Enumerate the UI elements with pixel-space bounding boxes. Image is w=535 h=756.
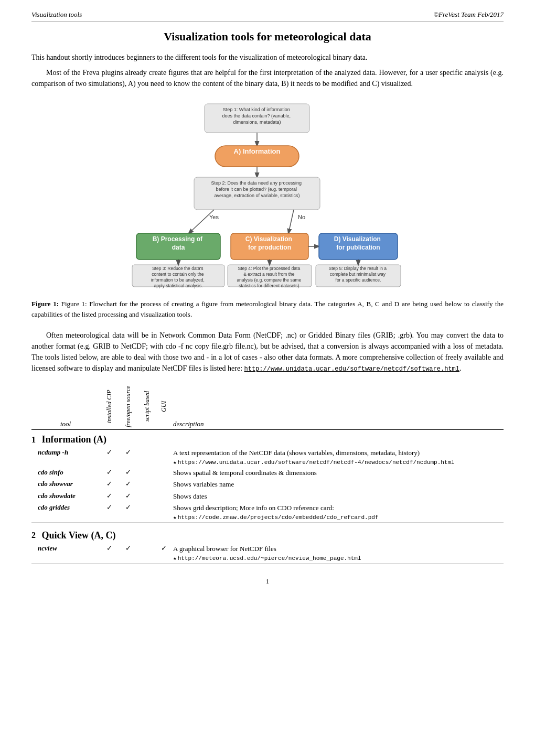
flowchart-svg: Step 1: What kind of information does th… xyxy=(121,100,414,288)
gui-check xyxy=(156,502,171,523)
script-header-label: script based xyxy=(143,385,151,427)
svg-text:Step 5: Display the result in : Step 5: Display the result in a complete… xyxy=(329,266,388,283)
gui-check xyxy=(156,467,171,479)
table-section: tool installed CIP free/open source scri… xyxy=(31,384,504,567)
section-num: 1 xyxy=(31,435,40,444)
tool-description: Shows spatial & temporal coordinates & d… xyxy=(173,469,317,477)
section-title: Information (A) xyxy=(42,434,107,445)
tool-description: A text representation of the NetCDF data… xyxy=(173,449,420,457)
free-check: ✓ xyxy=(119,479,137,490)
installed-check: ✓ xyxy=(100,491,119,502)
tool-desc-cell: A text representation of the NetCDF data… xyxy=(171,447,504,467)
tool-desc-cell: Shows variables name xyxy=(171,479,504,490)
tool-desc-cell: Shows grid description; More info on CDO… xyxy=(171,502,504,523)
table-row: ncdump -h ✓ ✓ A text representation of t… xyxy=(31,447,504,467)
table-body: 1 Information (A) ncdump -h ✓ ✓ A text r… xyxy=(31,430,504,567)
body-link[interactable]: http://www.unidata.ucar.edu/software/net… xyxy=(244,365,459,373)
main-title: Visualization tools for meteorological d… xyxy=(31,30,504,44)
tool-link[interactable]: https://code.zmaw.de/projects/cdo/embedd… xyxy=(173,514,379,521)
free-check: ✓ xyxy=(119,543,137,564)
svg-line-9 xyxy=(189,210,214,233)
page-number: 1 xyxy=(31,577,504,586)
header-right: ©FreVast Team Feb/2017 xyxy=(433,10,504,19)
free-check: ✓ xyxy=(119,467,137,479)
th-installed: installed CIP xyxy=(100,384,119,430)
svg-text:A) Information: A) Information xyxy=(234,147,281,155)
th-free: free/open source xyxy=(119,384,137,430)
figure-caption-text: Figure 1: Flowchart for the process of c… xyxy=(31,300,504,318)
script-check xyxy=(137,502,156,523)
script-check xyxy=(137,543,156,564)
script-check xyxy=(137,447,156,467)
gui-check xyxy=(156,479,171,490)
flowchart: Step 1: What kind of information does th… xyxy=(121,100,414,288)
svg-text:No: No xyxy=(298,214,305,220)
section-num: 2 xyxy=(31,531,40,539)
table-row: cdo showdate ✓ ✓ Shows dates xyxy=(31,491,504,502)
installed-check: ✓ xyxy=(100,467,119,479)
tool-description: Shows grid description; More info on CDO… xyxy=(173,504,334,512)
installed-check: ✓ xyxy=(100,447,119,467)
flowchart-container: Step 1: What kind of information does th… xyxy=(31,100,504,288)
tool-description: Shows variables name xyxy=(173,480,234,488)
table-row: cdo griddes ✓ ✓ Shows grid description; … xyxy=(31,502,504,523)
tool-name: ncdump -h xyxy=(31,447,100,467)
tool-desc-cell: A graphical browser for NetCDF fileshttp… xyxy=(171,543,504,564)
installed-check: ✓ xyxy=(100,502,119,523)
tool-link[interactable]: http://meteora.ucsd.edu/~pierce/ncview_h… xyxy=(173,555,361,561)
table-header-row: tool installed CIP free/open source scri… xyxy=(31,384,504,430)
tool-name: cdo showvar xyxy=(31,479,100,490)
tool-name: cdo showdate xyxy=(31,491,100,502)
th-script: script based xyxy=(137,384,156,430)
installed-check: ✓ xyxy=(100,479,119,490)
script-check xyxy=(137,491,156,502)
tool-link[interactable]: https://www.unidata.ucar.edu/software/ne… xyxy=(173,459,455,466)
tool-header-label: tool xyxy=(60,420,71,428)
table-row: cdo showvar ✓ ✓ Shows variables name xyxy=(31,479,504,490)
section-title: Quick View (A, C) xyxy=(42,530,116,541)
script-check xyxy=(137,467,156,479)
tool-description: A graphical browser for NetCDF files xyxy=(173,545,276,553)
gui-check xyxy=(156,447,171,467)
page-header: Visualization tools ©FreVast Team Feb/20… xyxy=(31,10,504,21)
installed-check: ✓ xyxy=(100,543,119,564)
tool-description: Shows dates xyxy=(173,492,207,500)
script-check xyxy=(137,479,156,490)
free-check: ✓ xyxy=(119,502,137,523)
figure-label: Figure 1: xyxy=(31,300,59,308)
th-gui: GUI xyxy=(156,384,171,430)
description-header-label: description xyxy=(173,420,204,428)
tool-desc-cell: Shows dates xyxy=(171,491,504,502)
header-left: Visualization tools xyxy=(31,10,82,19)
th-description: description xyxy=(171,384,504,430)
svg-line-11 xyxy=(288,210,294,233)
tool-name: cdo sinfo xyxy=(31,467,100,479)
free-check: ✓ xyxy=(119,491,137,502)
free-check: ✓ xyxy=(119,447,137,467)
intro-para-2: Most of the Freva plugins already create… xyxy=(31,67,504,89)
installed-header-label: installed CIP xyxy=(105,385,113,427)
svg-text:Step 2: Does the data need any: Step 2: Does the data need any processin… xyxy=(211,180,303,198)
tool-name: cdo griddes xyxy=(31,502,100,523)
svg-text:Yes: Yes xyxy=(209,214,219,220)
intro-para-1: This handout shortly introduces beginner… xyxy=(31,52,504,63)
section-header-row: 1 Information (A) xyxy=(31,430,504,448)
table-row: cdo sinfo ✓ ✓ Shows spatial & temporal c… xyxy=(31,467,504,479)
gui-header-label: GUI xyxy=(160,385,168,427)
free-header-label: free/open source xyxy=(124,385,132,427)
tool-name: ncview xyxy=(31,543,100,564)
section-divider xyxy=(31,564,504,567)
main-table: tool installed CIP free/open source scri… xyxy=(31,384,504,567)
th-tool: tool xyxy=(31,384,100,430)
svg-text:Step 4: Plot the processed dat: Step 4: Plot the processed data & extrac… xyxy=(237,266,302,288)
table-row: ncview ✓ ✓ ✓ A graphical browser for Net… xyxy=(31,543,504,564)
section-header-row: 2 Quick View (A, C) xyxy=(31,526,504,543)
gui-check xyxy=(156,491,171,502)
body-paragraph: Often meteorological data will be in Net… xyxy=(31,330,504,374)
figure-caption: Figure 1: Figure 1: Flowchart for the pr… xyxy=(31,299,504,319)
gui-check: ✓ xyxy=(156,543,171,564)
tool-desc-cell: Shows spatial & temporal coordinates & d… xyxy=(171,467,504,479)
svg-text:Step 3: Reduce the data's
    : Step 3: Reduce the data's content to con… xyxy=(151,266,206,288)
